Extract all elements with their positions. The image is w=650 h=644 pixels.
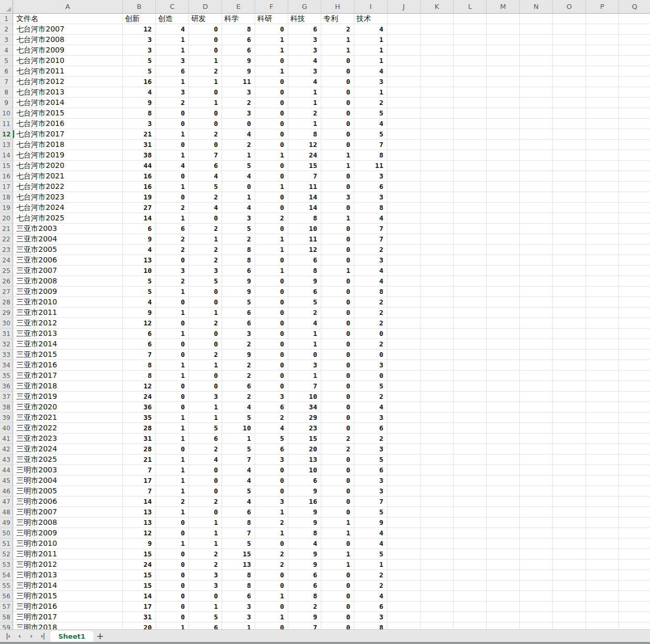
cell[interactable] (387, 381, 421, 392)
cell[interactable] (387, 601, 421, 612)
cell[interactable] (586, 476, 619, 486)
row-header-50[interactable]: 50 (0, 528, 13, 539)
cell[interactable] (387, 245, 421, 255)
cell[interactable]: 1 (156, 455, 189, 465)
cell[interactable]: 23 (288, 423, 321, 434)
row-header-2[interactable]: 2 (0, 24, 13, 35)
cell[interactable]: 8 (222, 245, 255, 255)
cell[interactable] (520, 182, 553, 192)
cell[interactable]: 0 (189, 24, 222, 35)
cell[interactable]: 三亚市2015 (13, 350, 123, 360)
cell[interactable]: 7 (354, 234, 387, 245)
cell[interactable]: 14 (123, 497, 156, 507)
column-header-Q[interactable]: Q (619, 0, 650, 13)
cell[interactable]: 3 (156, 87, 189, 98)
cell[interactable] (487, 455, 520, 465)
cell[interactable]: 1 (156, 77, 189, 87)
cell[interactable]: 8 (354, 150, 387, 161)
cell[interactable]: 0 (156, 549, 189, 559)
cell[interactable] (421, 56, 454, 66)
cell[interactable] (619, 140, 650, 150)
cell[interactable] (520, 119, 553, 129)
cell[interactable]: 三明市2009 (13, 528, 123, 539)
cell[interactable]: 1 (189, 77, 222, 87)
cell[interactable] (421, 14, 454, 24)
cell[interactable] (454, 622, 487, 629)
cell[interactable] (586, 150, 619, 161)
column-header-D[interactable]: D (189, 0, 222, 13)
cell[interactable] (454, 360, 487, 371)
cell[interactable] (520, 14, 553, 24)
cell[interactable]: 9 (354, 518, 387, 528)
cell[interactable]: 2 (288, 601, 321, 612)
cell[interactable]: 4 (354, 402, 387, 413)
cell[interactable] (520, 434, 553, 444)
cell[interactable]: 0 (156, 140, 189, 150)
cell[interactable] (520, 392, 553, 402)
cell[interactable]: 2 (222, 339, 255, 350)
cell[interactable]: 科研 (255, 14, 288, 24)
cell[interactable] (421, 476, 454, 486)
cell[interactable] (520, 402, 553, 413)
cell[interactable] (387, 192, 421, 203)
cell[interactable]: 0 (156, 444, 189, 455)
cell[interactable]: 8 (222, 580, 255, 591)
row-header-5[interactable]: 5 (0, 56, 13, 66)
cell[interactable]: 3 (156, 56, 189, 66)
cell[interactable] (553, 287, 586, 297)
cell[interactable]: 三明市2013 (13, 570, 123, 580)
cell[interactable]: 2 (222, 360, 255, 371)
cell[interactable]: 16 (123, 77, 156, 87)
cell[interactable]: 2 (288, 308, 321, 318)
cell[interactable]: 0 (321, 119, 354, 129)
cell[interactable]: 4 (288, 539, 321, 549)
column-header-I[interactable]: I (354, 0, 387, 13)
cell[interactable]: 0 (189, 108, 222, 119)
cell[interactable]: 7 (222, 528, 255, 539)
row-header-4[interactable]: 4 (0, 45, 13, 56)
cell[interactable]: 5 (354, 129, 387, 140)
row-header-53[interactable]: 53 (0, 559, 13, 570)
cell[interactable] (487, 486, 520, 497)
cell[interactable] (619, 213, 650, 224)
cell[interactable] (454, 580, 487, 591)
cell[interactable]: 4 (354, 66, 387, 77)
cell[interactable]: 三亚市2016 (13, 360, 123, 371)
cell[interactable] (619, 476, 650, 486)
cell[interactable]: 9 (123, 234, 156, 245)
cell[interactable] (421, 108, 454, 119)
cell[interactable] (421, 87, 454, 98)
cell[interactable] (454, 339, 487, 350)
cell[interactable]: 0 (321, 402, 354, 413)
cell[interactable] (454, 266, 487, 276)
cell[interactable] (586, 297, 619, 308)
cell[interactable]: 三明市2012 (13, 559, 123, 570)
cell[interactable]: 1 (255, 245, 288, 255)
cell[interactable] (487, 224, 520, 234)
cell[interactable]: 16 (123, 182, 156, 192)
cell[interactable]: 11 (288, 182, 321, 192)
cell[interactable]: 0 (156, 318, 189, 329)
cell[interactable] (619, 108, 650, 119)
cell[interactable]: 34 (288, 402, 321, 413)
cell[interactable]: 1 (222, 192, 255, 203)
cell[interactable] (487, 591, 520, 601)
cell[interactable] (586, 213, 619, 224)
cell[interactable] (421, 455, 454, 465)
cell[interactable]: 3 (123, 35, 156, 45)
cell[interactable]: 1 (255, 507, 288, 518)
cell[interactable]: 0 (321, 171, 354, 182)
cell[interactable] (553, 108, 586, 119)
column-header-B[interactable]: B (123, 0, 156, 13)
cell[interactable] (387, 140, 421, 150)
cell[interactable]: 0 (189, 140, 222, 150)
row-header-6[interactable]: 6 (0, 66, 13, 77)
cell[interactable]: 0 (321, 255, 354, 266)
cell[interactable] (454, 528, 487, 539)
cell[interactable]: 2 (354, 245, 387, 255)
cell[interactable]: 三亚市2017 (13, 371, 123, 381)
cell[interactable] (586, 381, 619, 392)
cell[interactable] (487, 140, 520, 150)
cell[interactable] (586, 14, 619, 24)
cell[interactable]: 5 (354, 381, 387, 392)
